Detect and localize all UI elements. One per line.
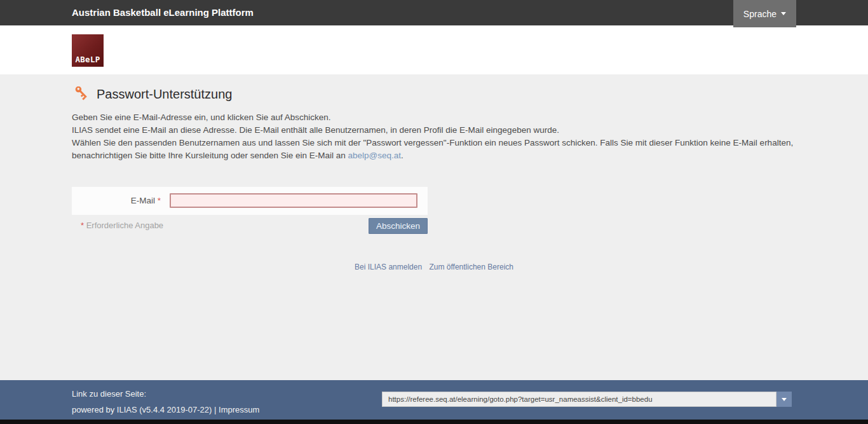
page-heading-row: Passwort-Unterstützung — [72, 74, 796, 102]
auxiliary-links: Bei ILIAS anmelden Zum öffentlichen Bere… — [72, 263, 796, 271]
key-icon — [72, 86, 88, 102]
intro-text: Geben Sie eine E-Mail-Adresse ein, und k… — [72, 111, 796, 162]
intro-line-3: Wählen Sie den passenden Benutzernamen a… — [72, 137, 796, 162]
intro-line-1: Geben Sie eine E-Mail-Adresse ein, und k… — [72, 111, 796, 124]
page-title: Passwort-Unterstützung — [97, 87, 232, 102]
language-dropdown-label: Sprache — [743, 9, 776, 19]
intro-line-3-end: . — [401, 151, 403, 160]
powered-by-row: powered by ILIAS (v5.4.4 2019-07-22) | I… — [72, 405, 259, 414]
login-link[interactable]: Bei ILIAS anmelden — [355, 263, 422, 271]
footer: Link zu dieser Seite: powered by ILIAS (… — [0, 380, 868, 420]
impressum-link[interactable]: Impressum — [219, 405, 259, 414]
permalink-group — [382, 392, 792, 407]
abelp-logo[interactable]: ABeLP — [72, 34, 104, 67]
email-input[interactable] — [170, 193, 417, 208]
public-area-link[interactable]: Zum öffentlichen Bereich — [429, 263, 513, 271]
powered-by-text: powered by ILIAS (v5.4.4 2019-07-22) — [72, 405, 212, 414]
password-assistance-form: E-Mail * * Erforderliche Angabe Abschick… — [72, 187, 428, 234]
app-title: Austrian Basketball eLearning Plattform — [72, 0, 254, 25]
intro-line-2: ILIAS sendet eine E-Mail an diese Adress… — [72, 124, 796, 137]
top-bar: Austrian Basketball eLearning Plattform … — [0, 0, 868, 25]
permalink-label: Link zu dieser Seite: — [72, 389, 146, 399]
bottom-black-bar — [0, 420, 868, 424]
chevron-down-icon — [782, 398, 787, 401]
abelp-logo-text: ABeLP — [75, 55, 100, 67]
permalink-dropdown-button[interactable] — [776, 392, 792, 407]
email-form-row: E-Mail * — [72, 187, 428, 215]
support-email-link[interactable]: abelp@seq.at — [348, 151, 402, 160]
language-dropdown-button[interactable]: Sprache — [733, 0, 796, 27]
chevron-down-icon — [781, 12, 786, 15]
separator: | — [212, 405, 219, 414]
submit-button[interactable]: Abschicken — [369, 218, 428, 234]
required-note: * Erforderliche Angabe — [72, 221, 163, 230]
required-asterisk: * — [158, 196, 161, 205]
intro-line-3-text: Wählen Sie den passenden Benutzernamen a… — [72, 138, 793, 160]
header: ABeLP — [0, 25, 868, 74]
form-footer-row: * Erforderliche Angabe Abschicken — [72, 218, 428, 234]
email-label: E-Mail * — [81, 196, 161, 205]
permalink-input[interactable] — [382, 392, 776, 407]
main-content: Passwort-Unterstützung Geben Sie eine E-… — [0, 74, 868, 380]
